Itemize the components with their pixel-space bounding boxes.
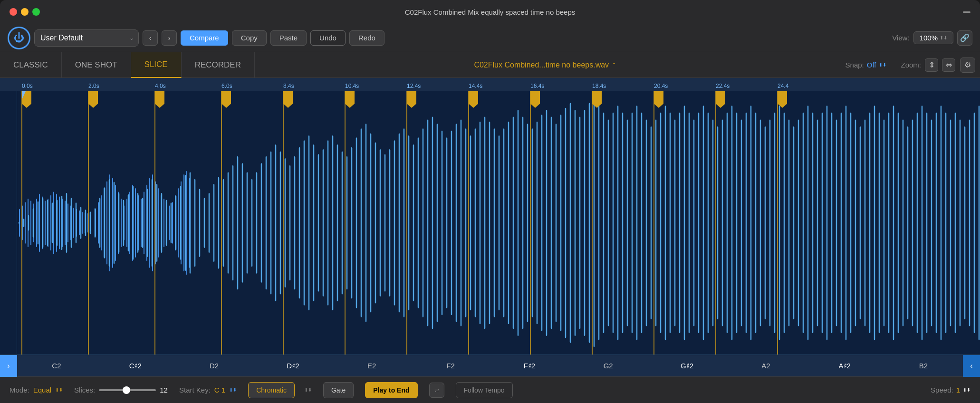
key-c2[interactable]: C2 [17, 362, 96, 370]
svg-rect-55 [172, 202, 173, 243]
bottom-bar: Mode: Equal ⬆⬇ Slices: 12 Start Key: C 1… [0, 376, 980, 403]
power-button[interactable]: ⏻ [8, 27, 30, 49]
maximize-button[interactable] [32, 8, 40, 16]
mode-tabs: CLASSIC ONE SHOT SLICE RECORDER C02Flux … [0, 52, 980, 78]
svg-rect-52 [163, 199, 164, 247]
key-gs2[interactable]: G♯2 [648, 362, 727, 370]
zoom-horizontal-btn[interactable]: ⇔ [942, 58, 955, 72]
start-key-label: Start Key: [179, 386, 211, 394]
time-marker-11: 22.4s [716, 83, 730, 89]
zoom-vertical-btn[interactable]: ⇕ [925, 58, 938, 72]
window-minimize-icon[interactable] [963, 11, 970, 13]
waveform-display[interactable] [0, 91, 980, 355]
key-fs2[interactable]: F♯2 [490, 362, 569, 370]
redo-button[interactable]: Redo [349, 30, 384, 46]
tab-oneshot[interactable]: ONE SHOT [62, 52, 131, 78]
time-marker-12: 24.4 [778, 83, 788, 89]
link-icon: 🔗 [960, 33, 970, 42]
chromatic-arrows-icon[interactable]: ⬆⬇ [304, 387, 312, 393]
power-icon: ⏻ [14, 32, 24, 44]
time-marker-4: 8.4s [283, 83, 294, 89]
svg-rect-47 [149, 178, 150, 268]
paste-button[interactable]: Paste [270, 30, 307, 46]
key-g2[interactable]: G2 [569, 362, 648, 370]
forward-button[interactable]: › [162, 30, 177, 46]
file-name-area: C02Flux Combined...time no beeps.wav ⌃ [255, 61, 836, 69]
back-button[interactable]: ‹ [143, 30, 158, 46]
svg-rect-37 [121, 199, 122, 247]
svg-rect-6 [30, 201, 31, 245]
tab-slice[interactable]: SLICE [131, 52, 182, 78]
slices-slider[interactable] [99, 389, 156, 391]
tab-recorder[interactable]: RECORDER [182, 52, 255, 78]
copy-button[interactable]: Copy [232, 30, 267, 46]
play-to-end-button[interactable]: Play to End [365, 382, 417, 398]
preset-select[interactable]: User Default [34, 29, 139, 47]
start-key-item: Start Key: C 1 ⬆⬇ [179, 386, 237, 394]
loop-icon-button[interactable]: ⇌ [429, 383, 444, 398]
time-marker-0: 0.0s [22, 83, 33, 89]
svg-rect-16 [59, 197, 60, 249]
time-marker-6: 12.4s [407, 83, 421, 89]
svg-rect-32 [106, 182, 107, 265]
keys-prev-button[interactable]: › [0, 355, 17, 377]
timeline-ruler: 0.0s 2.0s 4.0s 6.0s 8.4s 10.4s 12.4s 14.… [0, 78, 980, 91]
follow-tempo-button[interactable]: Follow Tempo [456, 382, 513, 398]
view-percent-arrows: ⬆⬇ [940, 35, 947, 40]
key-cs2[interactable]: C♯2 [96, 362, 175, 370]
tab-classic[interactable]: CLASSIC [0, 52, 62, 78]
gear-icon: ⚙ [964, 60, 971, 69]
keys-next-button[interactable]: ‹ [963, 355, 980, 377]
svg-rect-40 [129, 192, 130, 254]
close-button[interactable] [10, 8, 17, 16]
speed-arrows-icon[interactable]: ⬆⬇ [963, 387, 970, 393]
zoom-horizontal-icon: ⇔ [946, 60, 952, 69]
svg-rect-50 [158, 188, 159, 258]
key-e2[interactable]: E2 [332, 362, 411, 370]
key-as2[interactable]: A♯2 [805, 362, 884, 370]
svg-rect-59 [183, 174, 184, 271]
speed-area: Speed: 1 ⬆⬇ [931, 386, 970, 394]
time-marker-10: 20.4s [654, 83, 668, 89]
time-marker-3: 6.0s [221, 83, 232, 89]
waveform-container[interactable]: 0.0s 2.0s 4.0s 6.0s 8.4s 10.4s 12.4s 14.… [0, 78, 980, 355]
mode-value[interactable]: Equal [33, 386, 51, 394]
svg-rect-13 [50, 195, 51, 251]
svg-rect-60 [186, 171, 187, 275]
time-marker-7: 14.4s [469, 83, 482, 89]
svg-rect-14 [53, 192, 54, 254]
compare-button[interactable]: Compare [181, 30, 228, 46]
svg-rect-18 [65, 201, 66, 245]
speed-label: Speed: [931, 386, 953, 394]
view-percent-control[interactable]: 100% ⬆⬇ [913, 31, 953, 44]
link-button[interactable]: 🔗 [957, 30, 972, 46]
start-key-value[interactable]: C 1 [214, 386, 225, 394]
file-chevron-icon[interactable]: ⌃ [612, 62, 616, 68]
mode-item: Mode: Equal ⬆⬇ [10, 386, 63, 394]
chromatic-button[interactable]: Chromatic [248, 382, 295, 398]
key-ds2[interactable]: D♯2 [253, 362, 332, 370]
svg-rect-44 [141, 199, 142, 247]
time-marker-8: 16.4s [530, 83, 544, 89]
key-b2[interactable]: B2 [884, 362, 963, 370]
window-title: C02Flux Combined Mix equally spaced time… [405, 8, 576, 16]
speed-value[interactable]: 1 [956, 386, 960, 394]
svg-rect-19 [67, 203, 68, 242]
snap-value[interactable]: Off [867, 61, 876, 69]
slices-label: Slices: [74, 386, 95, 394]
gate-button[interactable]: Gate [323, 382, 354, 398]
settings-button[interactable]: ⚙ [960, 58, 975, 73]
snap-arrows-icon[interactable]: ⬆⬇ [879, 62, 886, 67]
start-key-arrows-icon[interactable]: ⬆⬇ [229, 387, 237, 393]
key-f2[interactable]: F2 [411, 362, 490, 370]
svg-rect-45 [144, 192, 144, 254]
zoom-label: Zoom: [901, 61, 921, 69]
keys-bar: › C2 C♯2 D2 D♯2 E2 F2 F♯2 G2 G♯2 A2 A♯2 … [0, 355, 980, 376]
key-a2[interactable]: A2 [726, 362, 805, 370]
undo-button[interactable]: Undo [310, 30, 346, 46]
slices-count: 12 [160, 386, 168, 394]
key-d2[interactable]: D2 [175, 362, 254, 370]
svg-rect-30 [101, 195, 102, 251]
mode-arrows-icon[interactable]: ⬆⬇ [55, 387, 63, 393]
minimize-button[interactable] [21, 8, 29, 16]
